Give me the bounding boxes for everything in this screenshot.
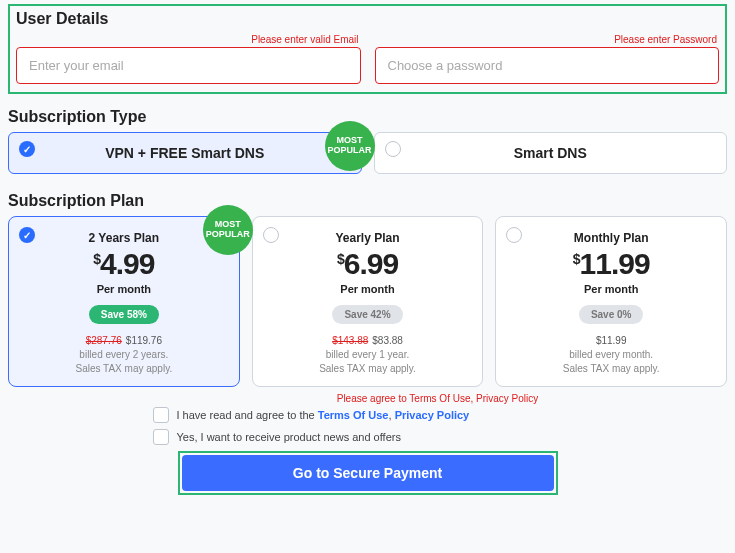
radio-checked-icon — [19, 227, 35, 243]
radio-checked-icon — [19, 141, 35, 157]
type-label: VPN + FREE Smart DNS — [25, 145, 345, 161]
password-error: Please enter Password — [375, 34, 720, 45]
billing-info: $287.76$119.76 billed every 2 years. Sal… — [19, 334, 229, 376]
type-option-vpn-dns[interactable]: VPN + FREE Smart DNS MOST POPULAR — [8, 132, 362, 174]
email-input[interactable] — [16, 47, 361, 84]
billing-info: $11.99 billed every month. Sales TAX may… — [506, 334, 716, 376]
go-to-secure-payment-button[interactable]: Go to Secure Payment — [182, 455, 554, 491]
terms-of-use-link[interactable]: Terms Of Use — [318, 409, 389, 421]
agree-terms-checkbox[interactable] — [153, 407, 169, 423]
billing-info: $143.88$83.88 billed every 1 year. Sales… — [263, 334, 473, 376]
newsletter-checkbox[interactable] — [153, 429, 169, 445]
subscription-type-title: Subscription Type — [8, 108, 727, 126]
radio-unchecked-icon — [385, 141, 401, 157]
type-option-smart-dns[interactable]: Smart DNS — [374, 132, 728, 174]
agree-terms-row: I have read and agree to the Terms Of Us… — [153, 407, 583, 423]
save-badge: Save 42% — [332, 305, 402, 324]
password-input[interactable] — [375, 47, 720, 84]
newsletter-row: Yes, I want to receive product news and … — [153, 429, 583, 445]
user-details-title: User Details — [16, 10, 719, 28]
plan-price: $11.99 — [573, 247, 650, 281]
cta-wrap: Go to Secure Payment — [178, 451, 558, 495]
subscription-type-row: VPN + FREE Smart DNS MOST POPULAR Smart … — [8, 132, 727, 174]
email-field-group: Please enter valid Email — [16, 34, 361, 84]
save-badge: Save 0% — [579, 305, 644, 324]
terms-error: Please agree to Terms Of Use, Privacy Po… — [293, 393, 583, 404]
plan-name: 2 Years Plan — [19, 231, 229, 245]
plan-name: Monthly Plan — [506, 231, 716, 245]
plan-price: $4.99 — [93, 247, 154, 281]
terms-block: Please agree to Terms Of Use, Privacy Po… — [153, 393, 583, 445]
agree-terms-text: I have read and agree to the Terms Of Us… — [177, 409, 470, 421]
user-details-section: User Details Please enter valid Email Pl… — [8, 4, 727, 94]
plan-price: $6.99 — [337, 247, 398, 281]
email-error: Please enter valid Email — [16, 34, 361, 45]
per-month-label: Per month — [506, 283, 716, 295]
save-badge: Save 58% — [89, 305, 159, 324]
plans-row: MOST POPULAR 2 Years Plan $4.99 Per mont… — [8, 216, 727, 387]
plan-card-yearly[interactable]: Yearly Plan $6.99 Per month Save 42% $14… — [252, 216, 484, 387]
most-popular-badge: MOST POPULAR — [203, 205, 253, 255]
per-month-label: Per month — [19, 283, 229, 295]
subscription-plan-title: Subscription Plan — [8, 192, 727, 210]
password-field-group: Please enter Password — [375, 34, 720, 84]
most-popular-badge: MOST POPULAR — [325, 121, 375, 171]
newsletter-text: Yes, I want to receive product news and … — [177, 431, 401, 443]
radio-unchecked-icon — [263, 227, 279, 243]
plan-name: Yearly Plan — [263, 231, 473, 245]
plan-card-monthly[interactable]: Monthly Plan $11.99 Per month Save 0% $1… — [495, 216, 727, 387]
per-month-label: Per month — [263, 283, 473, 295]
privacy-policy-link[interactable]: Privacy Policy — [395, 409, 470, 421]
type-label: Smart DNS — [391, 145, 711, 161]
plan-card-2years[interactable]: MOST POPULAR 2 Years Plan $4.99 Per mont… — [8, 216, 240, 387]
